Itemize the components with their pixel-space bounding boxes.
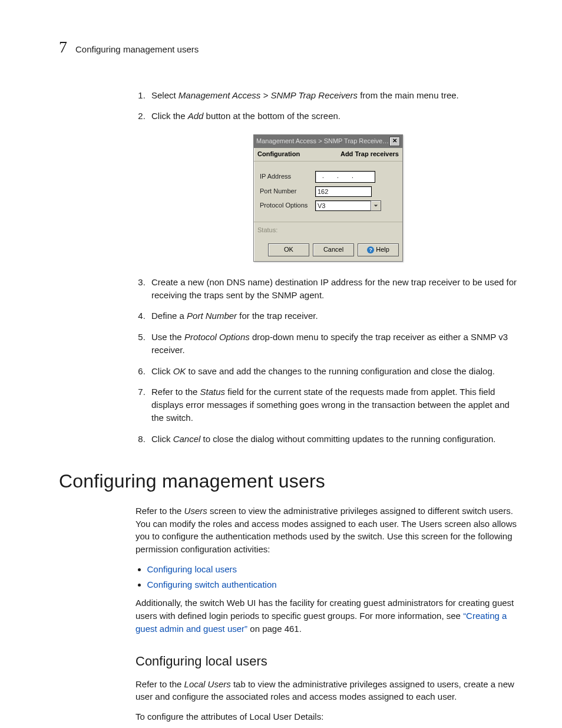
chapter-title: Configuring management users [75,43,199,56]
step-text: Refer to the [151,387,200,397]
step-text: button at the bottom of the screen. [203,111,340,121]
port-number-input[interactable]: 162 [315,186,372,197]
running-header: 7 Configuring management users [59,35,521,60]
chevron-down-icon[interactable] [371,200,381,211]
step-item: Refer to the Status field for the curren… [148,386,521,424]
link-local-users[interactable]: Configuring local users [147,564,237,574]
step-em: Management Access > SNMP Trap Receivers [178,90,358,100]
subsection-heading: Configuring local users [135,652,521,671]
step-em: OK [173,366,186,376]
step-item: Click OK to save and add the changes to … [148,365,521,378]
section-para-2: Additionally, the switch Web UI has the … [135,597,521,635]
step-em: Cancel [173,434,201,444]
content: Select Management Access > SNMP Trap Rec… [135,89,521,446]
subsection-para-1: Refer to the Local Users tab to view the… [135,678,521,704]
row-ip: IP Address ... [260,171,396,183]
row-proto: Protocol Options V3 [260,200,396,211]
para-text: Additionally, the switch Web UI has the … [135,598,514,621]
dialog-figure: Management Access > SNMP Trap Receivers … [135,134,521,262]
sub-left: Configuration [257,150,300,159]
link-list: Configuring local users Configuring swit… [135,563,521,591]
step-text: Click [151,366,173,376]
step-em: Protocol Options [184,332,250,342]
help-button[interactable]: ?Help [358,243,399,256]
ip-address-input[interactable]: ... [315,171,375,183]
step-em: Port Number [187,311,237,321]
para-em: Users [184,506,207,516]
subsection-para-2: To configure the attributes of Local Use… [135,710,521,723]
list-item: Configuring local users [147,563,521,576]
para-text: Refer to the [135,506,184,516]
chapter-number: 7 [59,35,67,60]
select-value: V3 [315,200,371,211]
dialog-status: Status: [254,222,402,241]
dialog-title: Management Access > SNMP Trap Receivers … [256,137,389,146]
step-text: to save and add the changes to the runni… [186,366,495,376]
para-text: Refer to the [135,679,184,689]
dialog-subheader: Configuration Add Trap receivers [254,148,402,162]
step-text: to close the dialog without committing u… [200,434,495,444]
sub-right: Add Trap receivers [340,150,399,159]
link-switch-auth[interactable]: Configuring switch authentication [147,579,277,589]
dialog-titlebar: Management Access > SNMP Trap Receivers … [254,135,402,148]
step-list-top: Select Management Access > SNMP Trap Rec… [135,89,521,123]
step-list-bottom: Create a new (non DNS name) destination … [135,276,521,446]
step-item: Click Cancel to close the dialog without… [148,433,521,446]
step-text: Select [151,90,178,100]
section-heading: Configuring management users [59,467,521,495]
ip-label: IP Address [260,172,315,182]
step-item: Create a new (non DNS name) destination … [148,276,521,302]
step-text: Click the [151,111,188,121]
step-em: Status [200,387,226,397]
page: 7 Configuring management users Select Ma… [0,0,562,728]
proto-label: Protocol Options [260,201,315,210]
port-label: Port Number [260,187,315,196]
dialog-button-bar: OK Cancel ?Help [254,243,402,261]
step-text: from the main menu tree. [358,90,459,100]
step-text: Create a new (non DNS name) destination … [151,277,517,300]
step-text: Define a [151,311,187,321]
cancel-button[interactable]: Cancel [313,243,354,256]
close-icon[interactable]: ✕ [389,137,400,146]
para-em: Local Users [184,679,231,689]
help-label: Help [376,245,389,255]
step-item: Click the Add button at the bottom of th… [148,110,521,123]
list-item: Configuring switch authentication [147,578,521,591]
protocol-options-select[interactable]: V3 [315,200,381,211]
step-item: Use the Protocol Options drop-down menu … [148,331,521,357]
para-text: on page 461. [247,624,302,634]
snmp-trap-dialog: Management Access > SNMP Trap Receivers … [253,134,403,262]
row-port: Port Number 162 [260,186,396,197]
step-text: Use the [151,332,184,342]
step-text: Click [151,434,173,444]
step-text: for the trap receiver. [237,311,318,321]
step-em: Add [188,111,204,121]
section-body: Refer to the Users screen to view the ad… [135,505,521,723]
section-para-1: Refer to the Users screen to view the ad… [135,505,521,556]
step-item: Define a Port Number for the trap receiv… [148,309,521,322]
help-icon: ? [367,246,374,253]
dialog-body: IP Address ... Port Number 162 Protocol … [254,162,402,222]
ok-button[interactable]: OK [268,243,309,256]
step-item: Select Management Access > SNMP Trap Rec… [148,89,521,102]
